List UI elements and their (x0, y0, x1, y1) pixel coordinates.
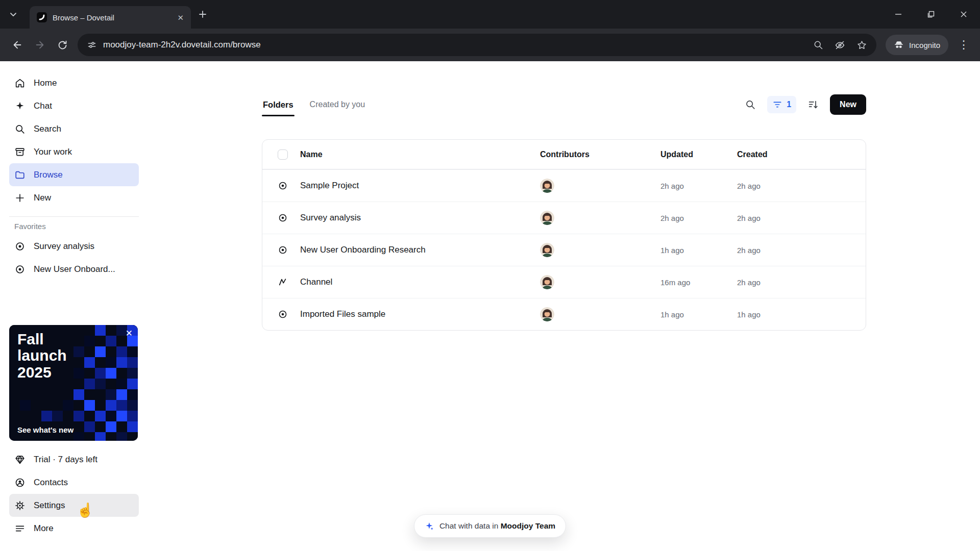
chat-with-data-button[interactable]: Chat with data in Moodjoy Team (414, 514, 566, 538)
chat-pill-text: Chat with data in Moodjoy Team (439, 521, 555, 531)
table-header-row: Name Contributors Updated Created (262, 140, 866, 169)
folder-icon (14, 169, 26, 181)
zoom-icon[interactable] (813, 40, 823, 50)
minimize-button[interactable] (882, 0, 915, 29)
sidebar-item-label: Chat (34, 101, 52, 111)
gear-icon (14, 500, 26, 511)
url-text: moodjoy-team-2h2v.dovetail.com/browse (103, 40, 261, 50)
table-row[interactable]: Imported Files sample 1h ago 1h ago (262, 298, 866, 330)
bookmark-star-icon[interactable] (856, 40, 867, 51)
table-row[interactable]: Survey analysis 2h ago 2h ago (262, 202, 866, 234)
menu-icon (14, 523, 26, 534)
close-window-button[interactable] (947, 0, 980, 29)
contributor-avatar (540, 211, 554, 225)
updated-value: 1h ago (660, 246, 737, 255)
select-all-checkbox[interactable] (278, 149, 288, 160)
contributor-avatar (540, 275, 554, 289)
promo-link[interactable]: See what's new (17, 425, 74, 434)
promo-card[interactable]: Fall launch 2025 See what's new ✕ (9, 325, 138, 441)
eye-off-icon[interactable] (835, 40, 845, 51)
sidebar-item-your-work[interactable]: Your work (9, 140, 139, 163)
sidebar-item-settings[interactable]: Settings (9, 494, 139, 517)
sidebar-item-home[interactable]: Home (9, 71, 139, 94)
dovetail-favicon-icon (37, 12, 47, 22)
sidebar-item-label: Home (34, 78, 57, 88)
sidebar-item-trial[interactable]: Trial · 7 days left (9, 448, 139, 471)
search-icon (745, 99, 756, 110)
folder-name[interactable]: Survey analysis (300, 213, 540, 223)
browser-tab[interactable]: Browse – Dovetail ✕ (30, 6, 191, 29)
window-controls (882, 0, 980, 29)
site-info-icon[interactable] (87, 40, 97, 50)
tab-search-chevron-icon[interactable] (4, 5, 22, 23)
tab-created-by-you[interactable]: Created by you (309, 95, 366, 114)
promo-close-icon[interactable]: ✕ (126, 328, 133, 339)
folder-name[interactable]: New User Onboarding Research (300, 245, 540, 255)
folder-name[interactable]: Sample Project (300, 181, 540, 191)
created-value: 1h ago (737, 310, 850, 319)
created-value: 2h ago (737, 278, 850, 287)
sort-icon (807, 99, 819, 110)
sidebar-divider (9, 216, 139, 217)
sidebar-item-label: Contacts (34, 478, 68, 488)
filter-icon (772, 99, 782, 110)
omnibox[interactable]: moodjoy-team-2h2v.dovetail.com/browse (78, 34, 876, 56)
contributor-avatar (540, 243, 554, 257)
created-value: 2h ago (737, 214, 850, 222)
tab-title: Browse – Dovetail (53, 13, 172, 22)
circle-dot-icon (14, 241, 26, 252)
table-row[interactable]: New User Onboarding Research 1h ago 2h a… (262, 234, 866, 266)
favorite-item-survey-analysis[interactable]: Survey analysis (9, 235, 139, 258)
new-tab-button[interactable] (198, 10, 207, 19)
favorite-item-label: Survey analysis (34, 241, 94, 252)
favorites-heading: Favorites (14, 222, 134, 231)
folder-name[interactable]: Imported Files sample (300, 309, 540, 319)
circle-dot-icon (14, 264, 26, 275)
browser-toolbar: moodjoy-team-2h2v.dovetail.com/browse In… (0, 29, 980, 61)
sort-button[interactable] (807, 99, 819, 110)
project-icon (278, 309, 288, 319)
back-icon[interactable] (6, 34, 29, 56)
updated-value: 16m ago (660, 278, 737, 287)
incognito-icon (894, 40, 904, 50)
sidebar-item-label: Browse (34, 170, 63, 180)
view-tabs: Folders Created by you (262, 95, 366, 115)
column-header-contributors[interactable]: Contributors (540, 150, 660, 159)
sidebar: Home Chat Search Your work Browse New Fa… (0, 61, 148, 551)
table-row[interactable]: Channel 16m ago 2h ago (262, 266, 866, 298)
sidebar-item-browse[interactable]: Browse (9, 163, 139, 186)
column-header-created[interactable]: Created (737, 150, 850, 159)
sidebar-item-label: Trial · 7 days left (34, 455, 97, 465)
updated-value: 1h ago (660, 310, 737, 319)
tab-close-icon[interactable]: ✕ (177, 14, 184, 21)
updated-value: 2h ago (660, 182, 737, 190)
folder-name[interactable]: Channel (300, 277, 540, 287)
browser-menu-icon[interactable]: ⋮ (953, 38, 974, 52)
filter-count-badge: 1 (787, 100, 791, 109)
forward-icon[interactable] (29, 34, 51, 56)
incognito-badge[interactable]: Incognito (886, 35, 948, 55)
tab-folders[interactable]: Folders (262, 95, 295, 115)
sidebar-item-new[interactable]: New (9, 186, 139, 209)
sidebar-item-chat[interactable]: Chat (9, 94, 139, 117)
created-value: 2h ago (737, 182, 850, 190)
tab-strip: Browse – Dovetail ✕ (0, 0, 980, 29)
column-header-name[interactable]: Name (300, 150, 540, 159)
contributor-avatar (540, 179, 554, 193)
home-icon (14, 78, 26, 89)
maximize-button[interactable] (915, 0, 947, 29)
sparkle-icon (14, 101, 26, 112)
updated-value: 2h ago (660, 214, 737, 222)
sidebar-item-more[interactable]: More (9, 517, 139, 540)
filter-button[interactable]: 1 (767, 96, 796, 113)
reload-icon[interactable] (51, 34, 74, 56)
sidebar-item-search[interactable]: Search (9, 117, 139, 140)
search-button[interactable] (745, 99, 756, 110)
browse-toolbar: Folders Created by you 1 New (262, 93, 866, 116)
favorite-item-new-user-onboarding[interactable]: New User Onboard... (9, 258, 139, 281)
search-icon (14, 123, 26, 135)
table-row[interactable]: Sample Project 2h ago 2h ago (262, 169, 866, 202)
new-folder-button[interactable]: New (830, 94, 866, 115)
column-header-updated[interactable]: Updated (660, 150, 737, 159)
sidebar-item-contacts[interactable]: Contacts (9, 471, 139, 494)
